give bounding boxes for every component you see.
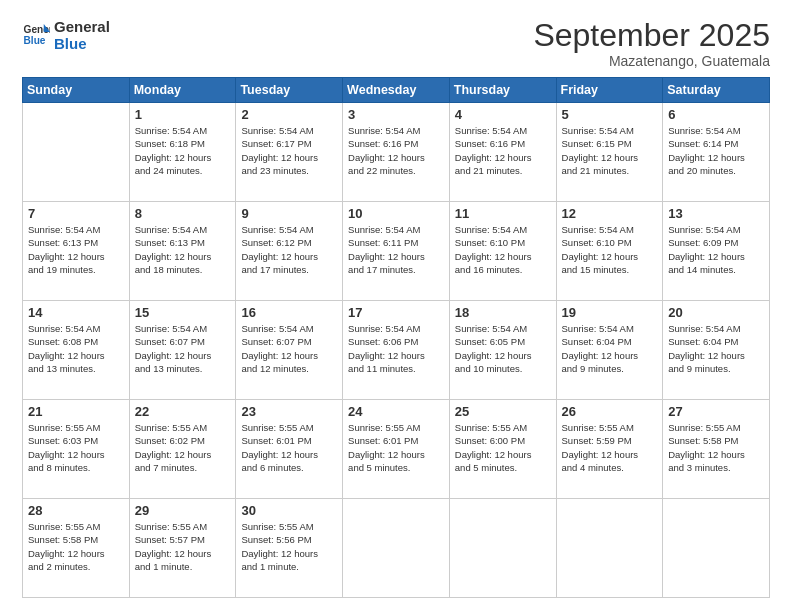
day-info: Sunrise: 5:55 AM Sunset: 6:00 PM Dayligh… [455,421,551,474]
logo-line1: General [54,18,110,35]
col-header-wednesday: Wednesday [343,78,450,103]
day-number: 5 [562,107,658,122]
day-cell: 28Sunrise: 5:55 AM Sunset: 5:58 PM Dayli… [23,499,130,598]
day-cell: 15Sunrise: 5:54 AM Sunset: 6:07 PM Dayli… [129,301,236,400]
day-number: 4 [455,107,551,122]
day-number: 27 [668,404,764,419]
week-row-4: 21Sunrise: 5:55 AM Sunset: 6:03 PM Dayli… [23,400,770,499]
day-cell [343,499,450,598]
day-cell: 27Sunrise: 5:55 AM Sunset: 5:58 PM Dayli… [663,400,770,499]
day-number: 28 [28,503,124,518]
day-info: Sunrise: 5:55 AM Sunset: 5:58 PM Dayligh… [668,421,764,474]
day-info: Sunrise: 5:54 AM Sunset: 6:10 PM Dayligh… [455,223,551,276]
day-info: Sunrise: 5:54 AM Sunset: 6:09 PM Dayligh… [668,223,764,276]
week-row-1: 1Sunrise: 5:54 AM Sunset: 6:18 PM Daylig… [23,103,770,202]
day-number: 10 [348,206,444,221]
day-cell [449,499,556,598]
day-info: Sunrise: 5:55 AM Sunset: 6:01 PM Dayligh… [348,421,444,474]
location: Mazatenango, Guatemala [533,53,770,69]
day-info: Sunrise: 5:54 AM Sunset: 6:12 PM Dayligh… [241,223,337,276]
day-info: Sunrise: 5:55 AM Sunset: 5:56 PM Dayligh… [241,520,337,573]
day-cell: 30Sunrise: 5:55 AM Sunset: 5:56 PM Dayli… [236,499,343,598]
day-number: 22 [135,404,231,419]
day-info: Sunrise: 5:54 AM Sunset: 6:18 PM Dayligh… [135,124,231,177]
day-info: Sunrise: 5:54 AM Sunset: 6:08 PM Dayligh… [28,322,124,375]
day-number: 18 [455,305,551,320]
day-number: 9 [241,206,337,221]
month-title: September 2025 [533,18,770,53]
day-cell: 24Sunrise: 5:55 AM Sunset: 6:01 PM Dayli… [343,400,450,499]
day-cell: 9Sunrise: 5:54 AM Sunset: 6:12 PM Daylig… [236,202,343,301]
day-cell: 7Sunrise: 5:54 AM Sunset: 6:13 PM Daylig… [23,202,130,301]
day-number: 19 [562,305,658,320]
day-info: Sunrise: 5:55 AM Sunset: 5:59 PM Dayligh… [562,421,658,474]
day-info: Sunrise: 5:54 AM Sunset: 6:16 PM Dayligh… [348,124,444,177]
day-info: Sunrise: 5:55 AM Sunset: 5:57 PM Dayligh… [135,520,231,573]
week-row-2: 7Sunrise: 5:54 AM Sunset: 6:13 PM Daylig… [23,202,770,301]
week-row-3: 14Sunrise: 5:54 AM Sunset: 6:08 PM Dayli… [23,301,770,400]
day-info: Sunrise: 5:54 AM Sunset: 6:06 PM Dayligh… [348,322,444,375]
day-cell: 3Sunrise: 5:54 AM Sunset: 6:16 PM Daylig… [343,103,450,202]
day-info: Sunrise: 5:55 AM Sunset: 6:01 PM Dayligh… [241,421,337,474]
day-info: Sunrise: 5:54 AM Sunset: 6:14 PM Dayligh… [668,124,764,177]
day-cell [556,499,663,598]
day-number: 12 [562,206,658,221]
day-number: 25 [455,404,551,419]
day-number: 15 [135,305,231,320]
day-cell: 10Sunrise: 5:54 AM Sunset: 6:11 PM Dayli… [343,202,450,301]
day-cell: 14Sunrise: 5:54 AM Sunset: 6:08 PM Dayli… [23,301,130,400]
day-number: 13 [668,206,764,221]
day-number: 24 [348,404,444,419]
col-header-saturday: Saturday [663,78,770,103]
day-info: Sunrise: 5:54 AM Sunset: 6:04 PM Dayligh… [562,322,658,375]
day-number: 30 [241,503,337,518]
title-block: September 2025 Mazatenango, Guatemala [533,18,770,69]
week-row-5: 28Sunrise: 5:55 AM Sunset: 5:58 PM Dayli… [23,499,770,598]
col-header-monday: Monday [129,78,236,103]
day-number: 1 [135,107,231,122]
day-number: 20 [668,305,764,320]
day-number: 26 [562,404,658,419]
day-info: Sunrise: 5:54 AM Sunset: 6:13 PM Dayligh… [135,223,231,276]
day-info: Sunrise: 5:54 AM Sunset: 6:17 PM Dayligh… [241,124,337,177]
col-header-tuesday: Tuesday [236,78,343,103]
day-info: Sunrise: 5:54 AM Sunset: 6:04 PM Dayligh… [668,322,764,375]
col-header-thursday: Thursday [449,78,556,103]
day-info: Sunrise: 5:55 AM Sunset: 6:03 PM Dayligh… [28,421,124,474]
day-number: 23 [241,404,337,419]
day-cell: 25Sunrise: 5:55 AM Sunset: 6:00 PM Dayli… [449,400,556,499]
day-cell: 1Sunrise: 5:54 AM Sunset: 6:18 PM Daylig… [129,103,236,202]
col-header-sunday: Sunday [23,78,130,103]
day-number: 11 [455,206,551,221]
day-cell: 29Sunrise: 5:55 AM Sunset: 5:57 PM Dayli… [129,499,236,598]
day-number: 17 [348,305,444,320]
day-cell: 6Sunrise: 5:54 AM Sunset: 6:14 PM Daylig… [663,103,770,202]
day-number: 21 [28,404,124,419]
day-cell: 18Sunrise: 5:54 AM Sunset: 6:05 PM Dayli… [449,301,556,400]
day-number: 8 [135,206,231,221]
logo-line2: Blue [54,35,110,52]
day-number: 16 [241,305,337,320]
day-cell: 20Sunrise: 5:54 AM Sunset: 6:04 PM Dayli… [663,301,770,400]
day-info: Sunrise: 5:54 AM Sunset: 6:15 PM Dayligh… [562,124,658,177]
day-cell [23,103,130,202]
day-info: Sunrise: 5:54 AM Sunset: 6:16 PM Dayligh… [455,124,551,177]
day-cell: 13Sunrise: 5:54 AM Sunset: 6:09 PM Dayli… [663,202,770,301]
header: General Blue General Blue September 2025… [22,18,770,69]
day-info: Sunrise: 5:54 AM Sunset: 6:07 PM Dayligh… [135,322,231,375]
day-info: Sunrise: 5:54 AM Sunset: 6:07 PM Dayligh… [241,322,337,375]
day-cell: 12Sunrise: 5:54 AM Sunset: 6:10 PM Dayli… [556,202,663,301]
day-cell: 21Sunrise: 5:55 AM Sunset: 6:03 PM Dayli… [23,400,130,499]
day-info: Sunrise: 5:55 AM Sunset: 6:02 PM Dayligh… [135,421,231,474]
day-cell: 16Sunrise: 5:54 AM Sunset: 6:07 PM Dayli… [236,301,343,400]
day-number: 3 [348,107,444,122]
day-info: Sunrise: 5:54 AM Sunset: 6:11 PM Dayligh… [348,223,444,276]
day-cell: 17Sunrise: 5:54 AM Sunset: 6:06 PM Dayli… [343,301,450,400]
day-cell: 8Sunrise: 5:54 AM Sunset: 6:13 PM Daylig… [129,202,236,301]
day-info: Sunrise: 5:54 AM Sunset: 6:13 PM Dayligh… [28,223,124,276]
day-info: Sunrise: 5:55 AM Sunset: 5:58 PM Dayligh… [28,520,124,573]
day-cell: 26Sunrise: 5:55 AM Sunset: 5:59 PM Dayli… [556,400,663,499]
day-number: 7 [28,206,124,221]
day-cell: 4Sunrise: 5:54 AM Sunset: 6:16 PM Daylig… [449,103,556,202]
day-number: 2 [241,107,337,122]
